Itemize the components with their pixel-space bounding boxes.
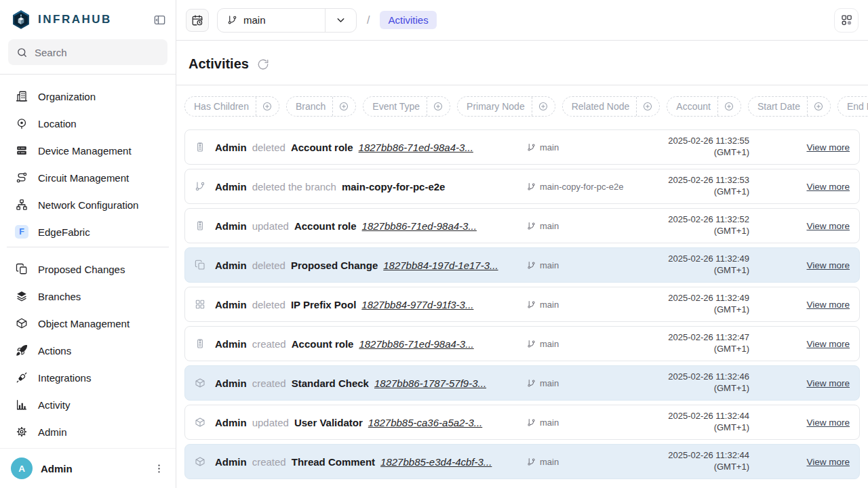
activity-row[interactable]: Admin deleted Account role 1827bb86-71ed…	[184, 129, 860, 165]
sidebar-nav-item[interactable]: Object Management	[8, 310, 167, 337]
activity-list: Admin deleted Account role 1827bb86-71ed…	[176, 124, 868, 488]
activity-object-id-link[interactable]: 1827bb85-e3d4-4cbf-3...	[380, 456, 492, 468]
sidebar-nav-label: Admin	[38, 426, 67, 438]
activity-branch: main	[527, 260, 649, 270]
activity-branch-name: main	[540, 142, 559, 152]
view-more-link[interactable]: View more	[806, 300, 850, 310]
activity-date: 2025-02-26 11:32:55	[649, 136, 749, 147]
activity-object-id-link[interactable]: 1827bb84-197d-1e17-3...	[383, 260, 498, 271]
route-icon	[15, 171, 28, 184]
activity-object-id-link[interactable]: 1827bb86-71ed-98a4-3...	[362, 220, 477, 232]
activity-action: created	[252, 338, 286, 350]
sidebar-nav-item[interactable]: Device Management	[8, 137, 167, 164]
activity-description: Admin deleted Proposed Change 1827bb84-1…	[215, 260, 527, 271]
id-badge-icon	[195, 338, 205, 349]
sidebar-collapse-icon[interactable]	[153, 14, 166, 26]
activity-row[interactable]: Admin updated User Validator 1827bb85-ca…	[184, 405, 860, 440]
plus-circle-icon[interactable]	[427, 97, 450, 116]
calendar-clock-button[interactable]	[186, 9, 209, 32]
grid-icon	[195, 299, 205, 310]
branch-selector[interactable]: main	[217, 8, 357, 33]
filter-chip[interactable]: Related Node	[562, 96, 660, 117]
view-more-link[interactable]: View more	[806, 378, 850, 388]
plus-circle-icon[interactable]	[717, 97, 741, 116]
sidebar-nav-item[interactable]: Admin	[8, 418, 167, 445]
schema-visualizer-button[interactable]	[834, 8, 859, 33]
search-input[interactable]: ^K	[8, 39, 167, 65]
activity-timezone: (GMT+1)	[649, 462, 749, 473]
activity-row[interactable]: Admin updated Account role 1827bb86-71ed…	[184, 208, 860, 243]
refresh-icon[interactable]	[257, 58, 269, 70]
activity-timezone: (GMT+1)	[649, 304, 749, 316]
filter-chip-label: Branch	[287, 101, 332, 112]
activity-description: Admin updated User Validator 1827bb85-ca…	[215, 417, 527, 428]
sidebar-nav-label: Object Management	[38, 318, 130, 329]
activity-actor: Admin	[215, 142, 247, 153]
sidebar-nav-item[interactable]: F EdgeFabric	[8, 218, 167, 243]
plus-circle-icon[interactable]	[332, 97, 355, 116]
filter-chip[interactable]: Start Date	[748, 96, 831, 117]
copy-icon	[195, 260, 205, 270]
user-menu[interactable]: A Admin	[0, 448, 176, 488]
activity-branch: main	[527, 339, 649, 349]
sidebar-nav-item[interactable]: Location	[8, 110, 167, 137]
view-more-link[interactable]: View more	[806, 457, 850, 467]
sidebar-nav-item[interactable]: Integrations	[8, 364, 167, 391]
activity-object-type: Thread Comment	[292, 456, 375, 468]
activity-actor: Admin	[215, 181, 247, 192]
filter-chip[interactable]: Event Type	[363, 96, 450, 117]
activity-object-type: Account role	[291, 142, 353, 153]
activity-object-id-link[interactable]: 1827bb86-71ed-98a4-3...	[359, 338, 473, 350]
activity-timestamp: 2025-02-26 11:32:44 (GMT+1)	[649, 411, 749, 434]
view-more-link[interactable]: View more	[806, 142, 850, 152]
activity-row[interactable]: Admin created Thread Comment 1827bb85-e3…	[184, 444, 860, 479]
activity-row[interactable]: Admin deleted the branch main-copy-for-p…	[184, 169, 860, 204]
view-more-link[interactable]: View more	[806, 221, 850, 231]
activity-date: 2025-02-26 11:32:44	[649, 450, 749, 462]
filter-chip[interactable]: Has Children	[184, 96, 279, 117]
filter-chip[interactable]: Primary Node	[457, 96, 555, 117]
sidebar-nav-item[interactable]: Network Configuration	[8, 191, 167, 218]
git-branch-icon	[527, 379, 536, 388]
activity-object-id-link[interactable]: 1827bb84-977d-91f3-3...	[361, 299, 473, 310]
sidebar-nav-item[interactable]: Organization	[8, 83, 167, 110]
view-more-link[interactable]: View more	[806, 339, 850, 349]
plus-circle-icon[interactable]	[636, 97, 659, 116]
rocket-icon	[15, 344, 28, 357]
activity-row[interactable]: Admin created Standard Check 1827bb86-17…	[184, 365, 860, 401]
activity-row[interactable]: Admin created Account role 1827bb86-71ed…	[184, 326, 860, 361]
filter-chip[interactable]: Branch	[286, 96, 356, 117]
search-field[interactable]	[35, 47, 170, 58]
activity-row[interactable]: Admin deleted IP Prefix Pool 1827bb84-97…	[184, 287, 860, 322]
sidebar-nav-item[interactable]: Circuit Management	[8, 164, 167, 191]
breadcrumb-activities[interactable]: Activities	[380, 11, 436, 29]
activity-object-id-link[interactable]: 1827bb86-1787-57f9-3...	[374, 378, 486, 389]
avatar: A	[11, 458, 33, 479]
activity-description: Admin created Account role 1827bb86-71ed…	[215, 338, 527, 350]
sidebar-nav-label: Integrations	[38, 372, 91, 384]
plus-circle-icon[interactable]	[807, 97, 830, 116]
sidebar-nav-item[interactable]: Proposed Changes	[8, 256, 167, 283]
plus-circle-icon[interactable]	[532, 97, 555, 116]
sidebar-nav-item[interactable]: Branches	[8, 283, 167, 310]
sidebar-nav-item[interactable]: Activity	[8, 391, 167, 418]
activity-row[interactable]: Admin deleted Proposed Change 1827bb84-1…	[184, 247, 860, 283]
view-more-link[interactable]: View more	[806, 182, 850, 192]
chevron-down-icon[interactable]	[325, 9, 356, 32]
sidebar-nav-item[interactable]: Actions	[8, 337, 167, 364]
activity-object-type: Account role	[294, 220, 357, 232]
kebab-menu-icon[interactable]	[153, 463, 165, 474]
filter-chip[interactable]: Account	[667, 96, 741, 117]
plus-circle-icon[interactable]	[256, 97, 279, 116]
git-branch-icon	[527, 458, 536, 466]
view-more-link[interactable]: View more	[806, 418, 850, 428]
view-more-link[interactable]: View more	[806, 260, 850, 270]
filter-chip[interactable]: End Date	[837, 96, 868, 117]
activity-branch: main	[527, 300, 649, 310]
gear-icon	[15, 425, 28, 439]
activity-object-id-link[interactable]: 1827bb86-71ed-98a4-3...	[359, 142, 473, 153]
activity-branch-name: main-copy-for-pc-e2e	[540, 182, 624, 192]
activity-timestamp: 2025-02-26 11:32:46 (GMT+1)	[649, 371, 749, 394]
activity-object-id-link[interactable]: 1827bb85-ca36-a5a2-3...	[368, 417, 482, 428]
cube-icon	[195, 417, 205, 428]
